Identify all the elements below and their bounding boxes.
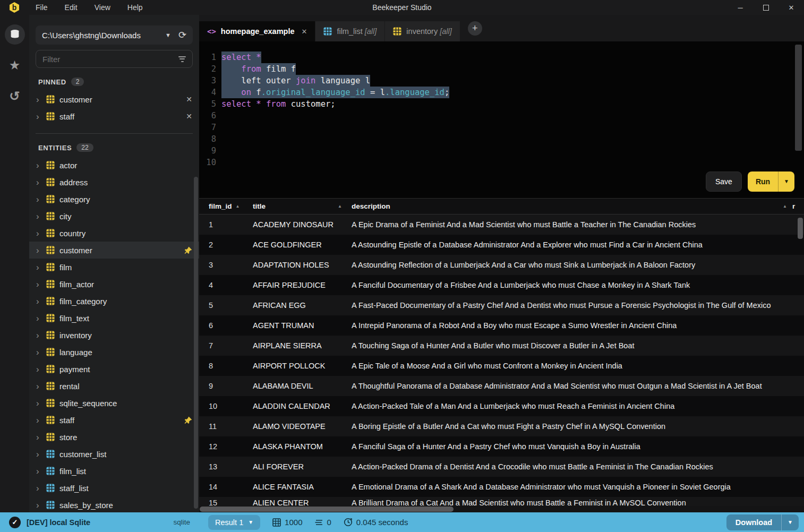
table-row[interactable]: 12 ALASKA PHANTOM A Fanciful Saga of a H… (199, 436, 804, 457)
cell-description[interactable]: A Fanciful Saga of a Hunter And a Pastry… (352, 442, 792, 451)
table-row[interactable]: 4 AFFAIR PREJUDICE A Fanciful Documentar… (199, 275, 804, 295)
cell-description[interactable]: A Fast-Paced Documentary of a Pastry Che… (352, 301, 792, 310)
cell-description[interactable]: A Epic Drama of a Feminist And a Mad Sci… (352, 220, 792, 229)
new-tab-button[interactable]: + (468, 21, 482, 36)
sql-editor[interactable]: 1select *2 from film f3 left outer join … (199, 41, 804, 198)
table-row[interactable]: 1 ACADEMY DINOSAUR A Epic Drama of a Fem… (199, 214, 804, 235)
sidebar-item-payment[interactable]: › payment (29, 361, 199, 377)
horizontal-scrollbar-track[interactable] (199, 506, 804, 512)
editor-line-2[interactable]: 2 from film f (199, 63, 804, 75)
chevron-right-icon[interactable]: › (36, 212, 41, 221)
editor-line-7[interactable]: 7 (199, 122, 804, 133)
cell-description[interactable]: A Boring Epistle of a Butler And a Cat w… (352, 422, 792, 431)
column-header-film-id[interactable]: film_id ▲ (199, 202, 253, 210)
sidebar-item-sales_by_store[interactable]: › sales_by_store (29, 496, 199, 512)
sidebar-item-staff_list[interactable]: › staff_list (29, 479, 199, 496)
cell-title[interactable]: AIRPLANE SIERRA (253, 341, 352, 350)
favorites-panel-icon[interactable]: ★ (5, 55, 25, 75)
run-label[interactable]: Run (748, 171, 778, 192)
cell-film-id[interactable]: 10 (199, 402, 253, 410)
cell-description[interactable]: A Touching Saga of a Hunter And a Butler… (352, 341, 792, 350)
editor-line-5[interactable]: 5select * from customer; (199, 98, 804, 110)
minimize-button[interactable]: ─ (728, 0, 753, 15)
pin-icon[interactable] (184, 416, 192, 424)
sort-asc-icon[interactable]: ▲ (236, 204, 240, 209)
sidebar-item-customer[interactable]: › customer (29, 242, 199, 259)
close-button[interactable]: ✕ (779, 0, 804, 15)
menu-file[interactable]: File (27, 3, 56, 12)
chevron-right-icon[interactable]: › (36, 280, 41, 289)
sidebar-item-film_text[interactable]: › film_text (29, 310, 199, 327)
database-panel-icon[interactable] (5, 24, 25, 45)
refresh-icon[interactable]: ⟳ (178, 29, 186, 41)
chevron-right-icon[interactable]: › (36, 433, 41, 442)
column-header-partial[interactable]: r (792, 202, 804, 210)
cell-film-id[interactable]: 14 (199, 483, 253, 491)
sidebar-item-film_list[interactable]: › film_list (29, 462, 199, 479)
sidebar-item-inventory[interactable]: › inventory (29, 327, 199, 344)
chevron-right-icon[interactable]: › (36, 95, 41, 104)
chevron-right-icon[interactable]: › (36, 365, 41, 374)
sidebar-item-staff[interactable]: › staff✕ (29, 108, 199, 125)
run-button[interactable]: Run ▼ (748, 171, 794, 192)
cell-title[interactable]: ALICE FANTASIA (253, 483, 352, 491)
chevron-right-icon[interactable]: › (36, 314, 41, 323)
cell-film-id[interactable]: 7 (199, 341, 253, 350)
tab-inventory[interactable]: inventory [all] (385, 21, 459, 41)
sidebar-item-address[interactable]: › address (29, 174, 199, 191)
editor-line-9[interactable]: 9 (199, 145, 804, 157)
sidebar-item-store[interactable]: › store (29, 428, 199, 445)
editor-line-10[interactable]: 10 (199, 157, 804, 168)
sidebar-item-film_actor[interactable]: › film_actor (29, 276, 199, 293)
sidebar-item-film_category[interactable]: › film_category (29, 293, 199, 310)
table-row[interactable]: 10 ALADDIN CALENDAR A Action-Packed Tale… (199, 396, 804, 416)
cell-description[interactable]: A Astounding Epistle of a Database Admin… (352, 241, 792, 249)
chevron-right-icon[interactable]: › (36, 484, 41, 493)
cell-film-id[interactable]: 6 (199, 321, 253, 330)
cell-title[interactable]: ALI FOREVER (253, 462, 352, 471)
entity-filter[interactable] (36, 50, 193, 68)
cell-title[interactable]: ALABAMA DEVIL (253, 382, 352, 390)
cell-description[interactable]: A Intrepid Panorama of a Robot And a Boy… (352, 321, 792, 330)
editor-line-8[interactable]: 8 (199, 133, 804, 145)
table-row[interactable]: 13 ALI FOREVER A Action-Packed Drama of … (199, 457, 804, 477)
download-options-caret[interactable]: ▼ (781, 514, 799, 530)
sort-asc-icon[interactable]: ▲ (338, 204, 342, 209)
chevron-right-icon[interactable]: › (36, 399, 41, 408)
cell-title[interactable]: ALAMO VIDEOTAPE (253, 422, 352, 431)
cell-title[interactable]: ACE GOLDFINGER (253, 241, 352, 249)
cell-description[interactable]: A Action-Packed Drama of a Dentist And a… (352, 462, 792, 471)
column-header-title[interactable]: title ▲ (253, 202, 352, 210)
sidebar-item-rental[interactable]: › rental (29, 377, 199, 394)
table-row[interactable]: 3 ADAPTATION HOLES A Astounding Reflecti… (199, 255, 804, 275)
cell-description[interactable]: A Fanciful Documentary of a Frisbee And … (352, 281, 792, 289)
cell-description[interactable]: A Astounding Reflection of a Lumberjack … (352, 261, 792, 269)
chevron-right-icon[interactable]: › (36, 382, 41, 391)
sidebar-item-customer[interactable]: › customer✕ (29, 91, 199, 108)
chevron-right-icon[interactable]: › (36, 112, 41, 121)
chevron-right-icon[interactable]: › (36, 229, 41, 238)
sort-asc-icon[interactable]: ▲ (783, 204, 787, 209)
cell-title[interactable]: AIRPORT POLLOCK (253, 362, 352, 370)
connection-selector[interactable]: C:\Users\ghstng\Downloads ▼ ⟳ (36, 25, 193, 45)
pin-icon[interactable] (184, 246, 192, 254)
chevron-right-icon[interactable]: › (36, 178, 41, 187)
table-row[interactable]: 2 ACE GOLDFINGER A Astounding Epistle of… (199, 235, 804, 255)
cell-title[interactable]: AFFAIR PREJUDICE (253, 281, 352, 289)
run-options-caret[interactable]: ▼ (778, 171, 794, 192)
chevron-right-icon[interactable]: › (36, 161, 41, 170)
maximize-button[interactable] (753, 0, 779, 15)
cell-film-id[interactable]: 13 (199, 462, 253, 471)
editor-line-3[interactable]: 3 left outer join language l (199, 75, 804, 87)
table-row[interactable]: 7 AIRPLANE SIERRA A Touching Saga of a H… (199, 336, 804, 356)
sidebar-item-country[interactable]: › country (29, 225, 199, 242)
menu-view[interactable]: View (86, 3, 119, 12)
sidebar-scrollbar[interactable] (194, 177, 198, 509)
chevron-right-icon[interactable]: › (36, 297, 41, 306)
cell-film-id[interactable]: 9 (199, 382, 253, 390)
download-label[interactable]: Download (726, 514, 781, 530)
cell-film-id[interactable]: 8 (199, 362, 253, 370)
sidebar-item-staff[interactable]: › staff (29, 411, 199, 428)
save-button[interactable]: Save (706, 171, 742, 192)
cell-title[interactable]: AGENT TRUMAN (253, 321, 352, 330)
